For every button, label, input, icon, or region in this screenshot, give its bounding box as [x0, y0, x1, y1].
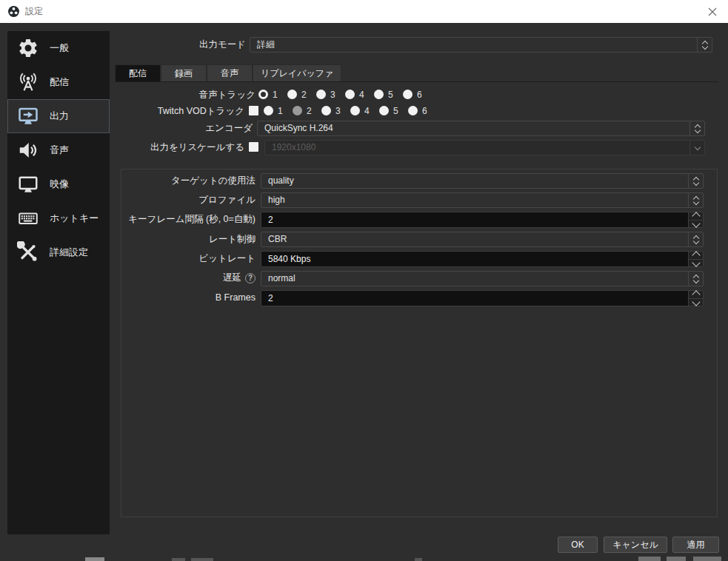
background-window-fragment	[191, 558, 213, 561]
broadcast-icon	[15, 70, 41, 94]
background-window-fragment	[638, 557, 661, 561]
background-window-fragment	[693, 557, 721, 561]
encoder-combobox[interactable]: QuickSync H.264	[257, 121, 705, 136]
obs-logo-icon	[7, 5, 20, 18]
radio-audio-track-2[interactable]	[287, 90, 297, 99]
twitch-vod-label: Twitch VODトラック	[158, 106, 244, 117]
help-icon[interactable]: ?	[245, 273, 256, 283]
combo-spinner-icon[interactable]	[688, 193, 703, 207]
sidebar-item-hotkeys[interactable]: ホットキー	[7, 201, 110, 235]
monitor-icon	[15, 172, 41, 196]
combo-spinner-icon[interactable]	[688, 232, 703, 246]
sidebar-item-label: 一般	[50, 41, 69, 55]
gear-icon	[15, 36, 41, 60]
tab-recording[interactable]: 録画	[161, 64, 207, 81]
cancel-button[interactable]: キャンセル	[604, 537, 667, 553]
sidebar-item-stream[interactable]: 配信	[7, 65, 110, 99]
tab-audio[interactable]: 音声	[207, 64, 253, 81]
encoder-value: QuickSync H.264	[258, 121, 689, 135]
bitrate-spinbox[interactable]: 5840 Kbps	[261, 251, 704, 267]
sidebar-item-label: 音声	[50, 144, 69, 157]
radio-audio-track-6[interactable]	[403, 90, 413, 99]
twitch-vod-radios: 1 2 3 4 5 6	[264, 105, 429, 116]
ok-button[interactable]: OK	[558, 537, 598, 553]
sidebar-item-video[interactable]: 映像	[7, 167, 110, 201]
rescale-combobox: 1920x1080	[264, 140, 705, 155]
sidebar-item-label: ホットキー	[50, 212, 98, 225]
radio-audio-track-4[interactable]	[345, 90, 355, 99]
combo-spinner-icon[interactable]	[688, 272, 703, 286]
background-window-fragment	[667, 557, 686, 561]
spin-down-icon[interactable]	[689, 299, 703, 306]
radio-audio-track-1[interactable]	[258, 90, 268, 99]
combo-spinner-icon[interactable]	[689, 121, 704, 135]
rate-control-combobox[interactable]: CBR	[261, 232, 704, 247]
sidebar-item-label: 詳細設定	[50, 246, 88, 259]
output-mode-combobox[interactable]: 詳細	[250, 37, 712, 53]
radio-vod-track-4[interactable]	[350, 106, 360, 115]
rescale-checkbox[interactable]	[249, 142, 258, 152]
keyframe-interval-spinbox[interactable]: 2	[261, 212, 704, 228]
radio-vod-track-1[interactable]	[264, 106, 273, 115]
spin-down-icon[interactable]	[689, 221, 703, 228]
tab-replay-buffer[interactable]: リプレイバッファ	[253, 64, 341, 81]
b-frames-spinbox[interactable]: 2	[261, 290, 704, 306]
combo-spinner-icon[interactable]	[697, 38, 712, 52]
radio-vod-track-3[interactable]	[321, 106, 331, 115]
chevron-down-icon	[689, 141, 704, 155]
radio-vod-track-5[interactable]	[379, 106, 389, 115]
sidebar-item-label: 配信	[50, 75, 69, 89]
latency-label-row: 遅延 ?	[223, 272, 256, 283]
close-icon[interactable]	[707, 7, 718, 17]
profile-label: プロファイル	[198, 195, 256, 206]
window-title: 設定	[25, 5, 43, 18]
target-usage-label: ターゲットの使用法	[171, 175, 256, 187]
radio-audio-track-5[interactable]	[374, 90, 384, 99]
profile-combobox[interactable]: high	[261, 192, 704, 208]
keyframe-interval-label: キーフレーム間隔 (秒, 0=自動)	[128, 214, 256, 225]
audio-track-label: 音声トラック	[199, 90, 256, 101]
background-window-fragment	[172, 558, 185, 561]
rate-control-label: レート制御	[209, 234, 256, 245]
background-window-fragment	[415, 558, 422, 561]
latency-combobox[interactable]: normal	[261, 271, 704, 286]
tab-divider	[115, 81, 718, 82]
encoder-label: エンコーダ	[205, 123, 253, 134]
output-icon	[15, 104, 41, 128]
radio-vod-track-2[interactable]	[293, 106, 302, 115]
audio-track-radios: 1 2 3 4 5 6	[258, 89, 424, 100]
sidebar-item-general[interactable]: 一般	[7, 31, 110, 65]
title-bar: 設定	[0, 0, 728, 23]
twitch-vod-checkbox[interactable]	[249, 106, 258, 115]
spin-down-icon[interactable]	[689, 260, 703, 267]
settings-sidebar: 一般 配信 出力	[7, 31, 110, 534]
output-tabs: 配信 録画 音声 リプレイバッファ	[115, 64, 341, 81]
combo-spinner-icon[interactable]	[688, 174, 703, 188]
rescale-value: 1920x1080	[265, 141, 689, 155]
b-frames-label: B Frames	[216, 292, 256, 303]
keyboard-icon	[15, 206, 41, 230]
output-mode-label: 出力モード	[199, 39, 246, 50]
tools-icon	[15, 241, 41, 264]
sidebar-item-audio[interactable]: 音声	[7, 133, 110, 167]
sidebar-item-label: 映像	[50, 178, 69, 191]
rescale-label: 出力をリスケールする	[150, 142, 244, 153]
radio-audio-track-3[interactable]	[316, 90, 326, 99]
bitrate-label: ビットレート	[199, 253, 256, 264]
sidebar-item-advanced[interactable]: 詳細設定	[7, 235, 110, 269]
sidebar-item-label: 出力	[50, 110, 69, 123]
sidebar-item-output[interactable]: 出力	[7, 99, 110, 133]
tab-streaming[interactable]: 配信	[115, 64, 161, 81]
target-usage-combobox[interactable]: quality	[261, 173, 704, 189]
speaker-icon	[15, 138, 41, 162]
radio-vod-track-6[interactable]	[408, 106, 418, 115]
background-window-fragment	[85, 557, 104, 561]
latency-label: 遅延	[223, 272, 241, 283]
output-mode-value: 詳細	[250, 38, 697, 52]
apply-button[interactable]: 適用	[672, 537, 719, 553]
